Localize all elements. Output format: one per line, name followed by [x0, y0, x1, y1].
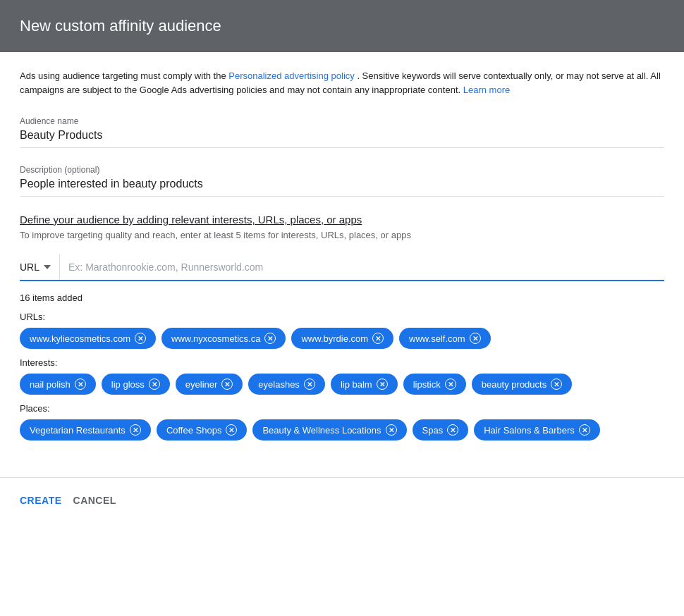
- dialog-content: Ads using audience targeting must comply…: [0, 52, 684, 460]
- define-section-title: Define your audience by adding relevant …: [20, 214, 664, 226]
- footer-divider: [0, 477, 684, 478]
- description-value: People interested in beauty products: [20, 178, 664, 197]
- chevron-down-icon: [44, 265, 51, 269]
- list-item: beauty products✕: [472, 374, 573, 395]
- urls-label: URLs:: [20, 312, 664, 322]
- url-input-row: URL: [20, 254, 664, 281]
- list-item: nail polish✕: [20, 374, 96, 395]
- learn-more-link[interactable]: Learn more: [463, 85, 510, 95]
- interests-chips: nail polish✕lip gloss✕eyeliner✕eyelashes…: [20, 374, 664, 395]
- audience-name-field: Audience name Beauty Products: [20, 116, 664, 148]
- remove-chip-icon[interactable]: ✕: [135, 333, 146, 344]
- url-input[interactable]: [68, 254, 664, 280]
- audience-name-label: Audience name: [20, 116, 664, 126]
- list-item: lipstick✕: [403, 374, 466, 395]
- description-field: Description (optional) People interested…: [20, 165, 664, 197]
- remove-chip-icon[interactable]: ✕: [130, 424, 141, 436]
- list-item: Vegetarian Restaurants✕: [20, 419, 151, 441]
- define-section-subtitle: To improve targeting quality and reach, …: [20, 230, 664, 240]
- places-chips: Vegetarian Restaurants✕Coffee Shops✕Beau…: [20, 419, 664, 441]
- list-item: lip gloss✕: [102, 374, 170, 395]
- list-item: www.byrdie.com✕: [291, 328, 393, 349]
- remove-chip-icon[interactable]: ✕: [445, 378, 456, 390]
- list-item: Hair Salons & Barbers✕: [474, 419, 600, 441]
- remove-chip-icon[interactable]: ✕: [377, 378, 388, 390]
- items-count: 16 items added: [20, 292, 664, 303]
- urls-chips: www.kyliecosmetics.com✕www.nyxcosmetics.…: [20, 328, 664, 349]
- dropdown-label: URL: [20, 261, 39, 273]
- dialog-header: New custom affinity audience: [0, 0, 684, 52]
- policy-notice: Ads using audience targeting must comply…: [20, 69, 664, 97]
- list-item: eyeliner✕: [176, 374, 243, 395]
- remove-chip-icon[interactable]: ✕: [579, 424, 590, 436]
- dialog-title: New custom affinity audience: [20, 17, 664, 35]
- remove-chip-icon[interactable]: ✕: [386, 424, 397, 436]
- create-button[interactable]: CREATE: [20, 495, 62, 506]
- remove-chip-icon[interactable]: ✕: [551, 378, 562, 390]
- remove-chip-icon[interactable]: ✕: [226, 424, 237, 436]
- personalized-advertising-policy-link[interactable]: Personalized advertising policy: [228, 70, 354, 81]
- remove-chip-icon[interactable]: ✕: [304, 378, 315, 390]
- remove-chip-icon[interactable]: ✕: [149, 378, 160, 390]
- remove-chip-icon[interactable]: ✕: [75, 378, 86, 390]
- cancel-button[interactable]: CANCEL: [73, 495, 116, 506]
- interests-label: Interests:: [20, 357, 664, 368]
- list-item: lip balm✕: [331, 374, 398, 395]
- list-item: Beauty & Wellness Locations✕: [252, 419, 406, 441]
- places-label: Places:: [20, 403, 664, 414]
- list-item: Spas✕: [413, 419, 469, 441]
- list-item: www.nyxcosmetics.ca✕: [161, 328, 286, 349]
- description-label: Description (optional): [20, 165, 664, 175]
- remove-chip-icon[interactable]: ✕: [372, 333, 384, 344]
- audience-name-value: Beauty Products: [20, 129, 664, 148]
- remove-chip-icon[interactable]: ✕: [264, 333, 276, 344]
- list-item: www.kyliecosmetics.com✕: [20, 328, 156, 349]
- remove-chip-icon[interactable]: ✕: [221, 378, 233, 390]
- list-item: Coffee Shops✕: [157, 419, 248, 441]
- type-dropdown[interactable]: URL: [20, 254, 60, 280]
- footer-actions: CREATE CANCEL: [0, 495, 684, 526]
- remove-chip-icon[interactable]: ✕: [447, 424, 458, 436]
- list-item: eyelashes✕: [248, 374, 325, 395]
- list-item: www.self.com✕: [399, 328, 490, 349]
- remove-chip-icon[interactable]: ✕: [470, 333, 481, 344]
